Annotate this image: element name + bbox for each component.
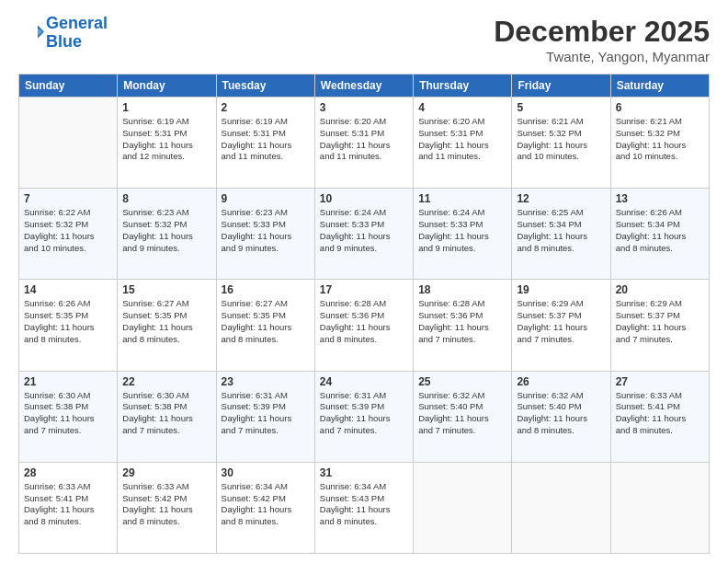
calendar-cell: 19Sunrise: 6:29 AMSunset: 5:37 PMDayligh… <box>512 280 610 371</box>
day-info: Sunrise: 6:30 AMSunset: 5:38 PMDaylight:… <box>122 390 210 437</box>
day-number: 29 <box>122 466 210 479</box>
day-header-sunday: Sunday <box>19 75 118 98</box>
day-number: 12 <box>517 192 605 205</box>
calendar-cell: 15Sunrise: 6:27 AMSunset: 5:35 PMDayligh… <box>118 280 216 371</box>
logo: General Blue <box>18 15 108 52</box>
day-number: 23 <box>222 375 310 388</box>
day-info: Sunrise: 6:19 AMSunset: 5:31 PMDaylight:… <box>222 116 310 163</box>
day-number: 11 <box>418 192 506 205</box>
day-number: 28 <box>24 466 112 479</box>
day-info: Sunrise: 6:20 AMSunset: 5:31 PMDaylight:… <box>418 116 506 163</box>
day-number: 15 <box>122 283 210 296</box>
day-number: 22 <box>122 375 210 388</box>
day-header-wednesday: Wednesday <box>314 75 413 98</box>
day-number: 26 <box>517 375 605 388</box>
day-info: Sunrise: 6:32 AMSunset: 5:40 PMDaylight:… <box>418 390 506 437</box>
calendar-cell: 25Sunrise: 6:32 AMSunset: 5:40 PMDayligh… <box>414 371 512 462</box>
day-info: Sunrise: 6:23 AMSunset: 5:32 PMDaylight:… <box>122 207 210 254</box>
calendar-cell: 13Sunrise: 6:26 AMSunset: 5:34 PMDayligh… <box>610 189 709 280</box>
calendar-cell: 18Sunrise: 6:28 AMSunset: 5:36 PMDayligh… <box>414 280 512 371</box>
day-header-thursday: Thursday <box>414 75 512 98</box>
calendar-cell: 1Sunrise: 6:19 AMSunset: 5:31 PMDaylight… <box>118 98 216 189</box>
calendar-cell: 23Sunrise: 6:31 AMSunset: 5:39 PMDayligh… <box>216 371 314 462</box>
day-number: 14 <box>24 283 112 296</box>
day-number: 3 <box>320 101 408 114</box>
day-number: 30 <box>222 466 310 479</box>
subtitle: Twante, Yangon, Myanmar <box>494 49 710 64</box>
calendar-cell: 3Sunrise: 6:20 AMSunset: 5:31 PMDaylight… <box>314 98 413 189</box>
day-info: Sunrise: 6:30 AMSunset: 5:38 PMDaylight:… <box>24 390 112 437</box>
day-info: Sunrise: 6:24 AMSunset: 5:33 PMDaylight:… <box>418 207 506 254</box>
day-info: Sunrise: 6:22 AMSunset: 5:32 PMDaylight:… <box>24 207 112 254</box>
calendar-cell: 28Sunrise: 6:33 AMSunset: 5:41 PMDayligh… <box>19 462 118 553</box>
calendar-cell: 22Sunrise: 6:30 AMSunset: 5:38 PMDayligh… <box>118 371 216 462</box>
day-info: Sunrise: 6:23 AMSunset: 5:33 PMDaylight:… <box>222 207 310 254</box>
calendar-cell: 10Sunrise: 6:24 AMSunset: 5:33 PMDayligh… <box>314 189 413 280</box>
day-info: Sunrise: 6:21 AMSunset: 5:32 PMDaylight:… <box>616 116 704 163</box>
calendar-cell: 5Sunrise: 6:21 AMSunset: 5:32 PMDaylight… <box>512 98 610 189</box>
calendar-cell: 7Sunrise: 6:22 AMSunset: 5:32 PMDaylight… <box>19 189 118 280</box>
day-number: 6 <box>616 101 704 114</box>
day-number: 31 <box>320 466 408 479</box>
calendar-header-row: SundayMondayTuesdayWednesdayThursdayFrid… <box>19 75 710 98</box>
week-row-4: 21Sunrise: 6:30 AMSunset: 5:38 PMDayligh… <box>19 371 710 462</box>
day-header-tuesday: Tuesday <box>216 75 314 98</box>
day-info: Sunrise: 6:26 AMSunset: 5:35 PMDaylight:… <box>24 298 112 345</box>
day-header-monday: Monday <box>118 75 216 98</box>
logo-text: General Blue <box>46 15 108 52</box>
day-number: 27 <box>616 375 704 388</box>
day-info: Sunrise: 6:32 AMSunset: 5:40 PMDaylight:… <box>517 390 605 437</box>
calendar-cell: 20Sunrise: 6:29 AMSunset: 5:37 PMDayligh… <box>610 280 709 371</box>
week-row-2: 7Sunrise: 6:22 AMSunset: 5:32 PMDaylight… <box>19 189 710 280</box>
day-number: 17 <box>320 283 408 296</box>
day-info: Sunrise: 6:27 AMSunset: 5:35 PMDaylight:… <box>122 298 210 345</box>
calendar-cell: 14Sunrise: 6:26 AMSunset: 5:35 PMDayligh… <box>19 280 118 371</box>
day-info: Sunrise: 6:31 AMSunset: 5:39 PMDaylight:… <box>320 390 408 437</box>
day-info: Sunrise: 6:26 AMSunset: 5:34 PMDaylight:… <box>616 207 704 254</box>
calendar-cell: 6Sunrise: 6:21 AMSunset: 5:32 PMDaylight… <box>610 98 709 189</box>
calendar-cell <box>610 462 709 553</box>
calendar-cell: 16Sunrise: 6:27 AMSunset: 5:35 PMDayligh… <box>216 280 314 371</box>
day-info: Sunrise: 6:28 AMSunset: 5:36 PMDaylight:… <box>320 298 408 345</box>
calendar-cell <box>512 462 610 553</box>
calendar-cell: 12Sunrise: 6:25 AMSunset: 5:34 PMDayligh… <box>512 189 610 280</box>
calendar-cell: 30Sunrise: 6:34 AMSunset: 5:42 PMDayligh… <box>216 462 314 553</box>
calendar-cell: 8Sunrise: 6:23 AMSunset: 5:32 PMDaylight… <box>118 189 216 280</box>
day-info: Sunrise: 6:29 AMSunset: 5:37 PMDaylight:… <box>517 298 605 345</box>
day-info: Sunrise: 6:34 AMSunset: 5:42 PMDaylight:… <box>222 481 310 528</box>
calendar-cell: 31Sunrise: 6:34 AMSunset: 5:43 PMDayligh… <box>314 462 413 553</box>
page: General Blue December 2025 Twante, Yango… <box>0 0 728 563</box>
day-info: Sunrise: 6:34 AMSunset: 5:43 PMDaylight:… <box>320 481 408 528</box>
day-number: 4 <box>418 101 506 114</box>
day-info: Sunrise: 6:24 AMSunset: 5:33 PMDaylight:… <box>320 207 408 254</box>
calendar-cell: 24Sunrise: 6:31 AMSunset: 5:39 PMDayligh… <box>314 371 413 462</box>
calendar-cell <box>19 98 118 189</box>
day-number: 24 <box>320 375 408 388</box>
day-info: Sunrise: 6:29 AMSunset: 5:37 PMDaylight:… <box>616 298 704 345</box>
calendar-cell: 17Sunrise: 6:28 AMSunset: 5:36 PMDayligh… <box>314 280 413 371</box>
header: General Blue December 2025 Twante, Yango… <box>18 15 710 64</box>
day-info: Sunrise: 6:19 AMSunset: 5:31 PMDaylight:… <box>122 116 210 163</box>
day-number: 10 <box>320 192 408 205</box>
main-title: December 2025 <box>494 15 710 49</box>
calendar-cell: 11Sunrise: 6:24 AMSunset: 5:33 PMDayligh… <box>414 189 512 280</box>
logo-icon <box>18 20 44 46</box>
day-info: Sunrise: 6:25 AMSunset: 5:34 PMDaylight:… <box>517 207 605 254</box>
day-number: 5 <box>517 101 605 114</box>
day-number: 25 <box>418 375 506 388</box>
day-info: Sunrise: 6:33 AMSunset: 5:41 PMDaylight:… <box>24 481 112 528</box>
day-header-friday: Friday <box>512 75 610 98</box>
day-number: 18 <box>418 283 506 296</box>
week-row-3: 14Sunrise: 6:26 AMSunset: 5:35 PMDayligh… <box>19 280 710 371</box>
day-number: 16 <box>222 283 310 296</box>
day-info: Sunrise: 6:33 AMSunset: 5:41 PMDaylight:… <box>616 390 704 437</box>
day-number: 9 <box>222 192 310 205</box>
day-info: Sunrise: 6:20 AMSunset: 5:31 PMDaylight:… <box>320 116 408 163</box>
day-info: Sunrise: 6:31 AMSunset: 5:39 PMDaylight:… <box>222 390 310 437</box>
calendar-cell: 27Sunrise: 6:33 AMSunset: 5:41 PMDayligh… <box>610 371 709 462</box>
calendar-cell: 21Sunrise: 6:30 AMSunset: 5:38 PMDayligh… <box>19 371 118 462</box>
day-number: 1 <box>122 101 210 114</box>
calendar-cell <box>414 462 512 553</box>
calendar-cell: 2Sunrise: 6:19 AMSunset: 5:31 PMDaylight… <box>216 98 314 189</box>
day-number: 8 <box>122 192 210 205</box>
